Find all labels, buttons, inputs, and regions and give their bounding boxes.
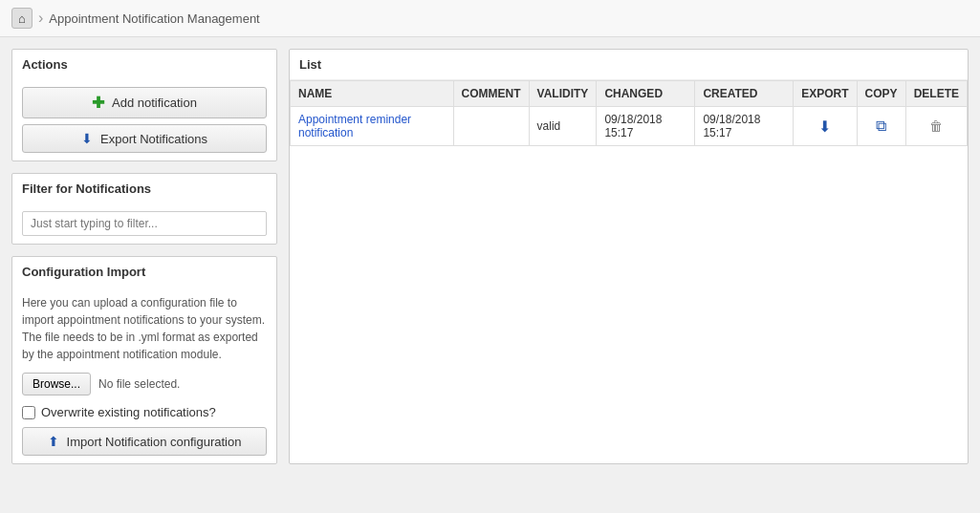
col-comment: COMMENT	[453, 81, 529, 107]
row-changed-cell: 09/18/2018 15:17	[597, 107, 695, 146]
filter-panel: Filter for Notifications	[11, 173, 277, 245]
overwrite-checkbox[interactable]	[22, 406, 35, 419]
breadcrumb-separator: ›	[38, 10, 43, 27]
config-import-panel: Configuration Import Here you can upload…	[11, 256, 277, 464]
left-panel: Actions ✚ Add notification ⬇ Export Noti…	[11, 49, 277, 464]
notification-link[interactable]: Appointment reminder notification	[298, 113, 411, 139]
overwrite-label: Overwrite existing notifications?	[41, 405, 216, 419]
upload-icon: ⬆	[48, 434, 59, 449]
download-icon: ⬇	[81, 131, 93, 146]
actions-panel: Actions ✚ Add notification ⬇ Export Noti…	[11, 49, 277, 161]
right-panel: List NAME COMMENT VALIDITY CHANGED CREAT…	[289, 49, 969, 464]
filter-body	[12, 203, 276, 244]
delete-row-button[interactable]: 🗑	[914, 118, 959, 134]
row-export-cell: ⬇	[794, 107, 857, 146]
export-notifications-button[interactable]: ⬇ Export Notifications	[22, 124, 267, 153]
row-created-cell: 09/18/2018 15:17	[695, 107, 794, 146]
actions-title: Actions	[12, 50, 276, 79]
row-comment-cell	[453, 107, 529, 146]
filter-title: Filter for Notifications	[12, 174, 276, 203]
list-title: List	[290, 50, 968, 80]
import-notification-button[interactable]: ⬆ Import Notification configuration	[22, 427, 267, 456]
plus-icon: ✚	[92, 94, 104, 112]
export-notifications-label: Export Notifications	[100, 132, 207, 146]
breadcrumb: ⌂ › Appointment Notification Management	[0, 0, 980, 37]
home-button[interactable]: ⌂	[11, 8, 33, 29]
page-title: Appointment Notification Management	[49, 11, 259, 26]
home-icon: ⌂	[18, 11, 26, 26]
col-created: CREATED	[695, 81, 794, 107]
no-file-text: No file selected.	[98, 377, 180, 391]
browse-button[interactable]: Browse...	[22, 373, 91, 395]
export-row-button[interactable]: ⬇	[801, 118, 848, 136]
overwrite-row: Overwrite existing notifications?	[22, 405, 267, 419]
actions-body: ✚ Add notification ⬇ Export Notification…	[12, 79, 276, 160]
col-validity: VALIDITY	[529, 81, 597, 107]
notifications-table: NAME COMMENT VALIDITY CHANGED CREATED EX…	[290, 80, 968, 146]
import-notification-label: Import Notification configuration	[67, 435, 242, 449]
file-row: Browse... No file selected.	[22, 373, 267, 395]
table-row: Appointment reminder notification valid …	[291, 107, 968, 146]
add-notification-button[interactable]: ✚ Add notification	[22, 87, 267, 118]
main-container: Actions ✚ Add notification ⬇ Export Noti…	[0, 37, 980, 476]
config-import-title: Configuration Import	[12, 257, 276, 287]
config-description: Here you can upload a configuration file…	[22, 294, 267, 363]
table-body: Appointment reminder notification valid …	[291, 107, 968, 146]
row-copy-cell: ⧉	[857, 107, 905, 146]
config-import-body: Here you can upload a configuration file…	[12, 287, 276, 463]
row-name-cell: Appointment reminder notification	[291, 107, 454, 146]
table-header: NAME COMMENT VALIDITY CHANGED CREATED EX…	[291, 81, 968, 107]
col-export: EXPORT	[794, 81, 857, 107]
row-delete-cell: 🗑	[905, 107, 967, 146]
col-copy: COPY	[857, 81, 905, 107]
col-changed: CHANGED	[597, 81, 695, 107]
filter-input[interactable]	[22, 211, 267, 236]
col-delete: DELETE	[905, 81, 967, 107]
row-validity-cell: valid	[529, 107, 597, 146]
table-header-row: NAME COMMENT VALIDITY CHANGED CREATED EX…	[291, 81, 968, 107]
copy-row-button[interactable]: ⧉	[865, 118, 898, 135]
add-notification-label: Add notification	[112, 96, 197, 110]
col-name: NAME	[291, 81, 454, 107]
